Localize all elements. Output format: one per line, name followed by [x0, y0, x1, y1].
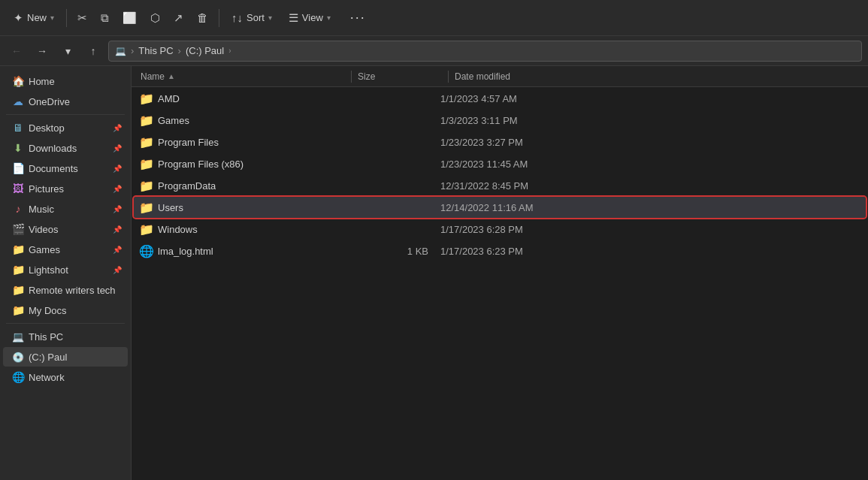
sidebar-item-videos[interactable]: 🎬 Videos 📌 [3, 219, 128, 239]
paste-icon: ⬜ [122, 11, 137, 25]
recent-button[interactable]: ▾ [57, 41, 78, 62]
file-name: lma_log.html [158, 246, 213, 257]
file-date: 1/1/2023 4:57 AM [440, 93, 860, 104]
file-list: 📁 AMD 1/1/2023 4:57 AM 📁 Games 1/3/2023 … [132, 87, 868, 480]
view-icon: ☰ [289, 11, 298, 25]
sidebar-item-pictures[interactable]: 🖼 Pictures 📌 [3, 179, 128, 198]
file-name-cell: 📁 Program Files [140, 135, 350, 149]
file-list-header: Name ▲ Size Date modified [132, 66, 868, 87]
file-date: 1/23/2023 11:45 AM [440, 158, 860, 170]
sidebar-item-network[interactable]: 🌐 Network [3, 367, 128, 387]
col-name-label: Name [141, 71, 165, 82]
path-drive[interactable]: (C:) Paul [186, 45, 224, 56]
col-date-label: Date modified [455, 71, 510, 82]
onedrive-icon: ☁ [12, 95, 24, 107]
address-path[interactable]: 💻 › This PC › (C:) Paul › [108, 41, 862, 62]
path-thispc[interactable]: This PC [138, 45, 173, 56]
delete-button[interactable]: 🗑 [191, 7, 214, 29]
sidebar-item-lightshot[interactable]: 📁 Lightshot 📌 [3, 260, 128, 279]
cut-button[interactable]: ✂ [71, 7, 93, 29]
lightshot-folder-icon: 📁 [12, 264, 24, 276]
delete-icon: 🗑 [197, 11, 208, 24]
sort-chevron-icon: ▾ [268, 14, 272, 22]
sidebar-item-documents[interactable]: 📄 Documents 📌 [3, 158, 128, 178]
file-size: 1 KB [350, 246, 440, 257]
folder-icon: 📁 [140, 92, 153, 105]
file-name: AMD [158, 93, 180, 104]
new-icon: ✦ [14, 11, 23, 25]
sidebar-item-this-pc[interactable]: 💻 This PC [3, 327, 128, 346]
up-button[interactable]: ↑ [83, 41, 104, 62]
more-button[interactable]: ··· [343, 5, 374, 30]
paste-button[interactable]: ⬜ [116, 7, 143, 29]
view-button[interactable]: ☰ View ▾ [281, 7, 338, 29]
file-row[interactable]: 📁 Program Files (x86) 1/23/2023 11:45 AM [134, 153, 866, 174]
up-icon: ↑ [91, 45, 96, 57]
new-chevron-icon: ▾ [50, 14, 54, 22]
forward-icon: → [37, 45, 47, 57]
back-icon: ← [11, 45, 22, 57]
videos-icon: 🎬 [12, 223, 24, 235]
new-button[interactable]: ✦ New ▾ [6, 7, 62, 29]
file-row-users[interactable]: 📁 Users 12/14/2022 11:16 AM [134, 197, 866, 218]
folder-icon: 📁 [140, 135, 153, 149]
toolbar-divider-2 [219, 9, 219, 27]
music-icon: ♪ [12, 203, 24, 215]
sidebar-item-music[interactable]: ♪ Music 📌 [3, 199, 128, 219]
videos-pin-icon: 📌 [113, 225, 122, 234]
network-icon: 🌐 [12, 371, 24, 383]
toolbar-divider-1 [66, 9, 67, 27]
sidebar-item-remote-writers[interactable]: 📁 Remote writers tech [3, 280, 128, 300]
path-separator-1: › [178, 45, 181, 56]
file-row[interactable]: 📁 ProgramData 12/31/2022 8:45 PM [134, 175, 866, 196]
file-name: Games [158, 115, 189, 126]
file-row[interactable]: 📁 Windows 1/17/2023 6:28 PM [134, 219, 866, 240]
file-name-cell: 🌐 lma_log.html [140, 244, 350, 258]
sidebar-item-onedrive[interactable]: ☁ OneDrive [3, 92, 128, 111]
remote-writers-icon: 📁 [12, 284, 24, 296]
file-date: 12/31/2022 8:45 PM [440, 180, 860, 192]
share-button[interactable]: ⬡ [144, 7, 166, 29]
file-date: 1/3/2023 3:11 PM [440, 115, 860, 126]
sidebar-divider-2 [6, 323, 125, 324]
back-button[interactable]: ← [6, 41, 27, 62]
sidebar-item-games[interactable]: 📁 Games 📌 [3, 240, 128, 259]
sidebar-item-home[interactable]: 🏠 Home [3, 71, 128, 91]
music-pin-icon: 📌 [113, 205, 122, 213]
col-name-header[interactable]: Name ▲ [138, 68, 348, 85]
file-name-cell: 📁 Games [140, 113, 350, 127]
file-row[interactable]: 📁 Games 1/3/2023 3:11 PM [134, 110, 866, 131]
forward-button[interactable]: → [32, 41, 53, 62]
html-file-icon: 🌐 [140, 244, 153, 258]
file-name: Program Files [158, 137, 219, 148]
folder-dark-icon: 📁 [140, 179, 153, 192]
file-row[interactable]: 📁 AMD 1/1/2023 4:57 AM [134, 88, 866, 109]
file-date: 1/17/2023 6:28 PM [440, 224, 860, 235]
sidebar-c-drive-label: (C:) Paul [29, 352, 122, 363]
sidebar-divider-1 [6, 114, 125, 115]
sort-button[interactable]: ↑↓ Sort ▾ [224, 7, 280, 29]
sort-label: Sort [246, 12, 265, 23]
col-size-header[interactable]: Size [355, 68, 445, 85]
sidebar-my-docs-label: My Docs [29, 305, 122, 316]
lightshot-pin-icon: 📌 [113, 266, 122, 274]
sidebar-item-downloads[interactable]: ⬇ Downloads 📌 [3, 138, 128, 158]
sidebar-item-my-docs[interactable]: 📁 My Docs [3, 300, 128, 320]
file-name: Program Files (x86) [158, 158, 243, 170]
col-date-header[interactable]: Date modified [452, 68, 862, 85]
c-drive-icon: 💿 [12, 351, 24, 363]
path-pc-icon: 💻 [115, 46, 126, 56]
copy-button[interactable]: ⧉ [95, 7, 115, 29]
move-button[interactable]: ↗ [168, 7, 189, 29]
sidebar-item-c-drive[interactable]: 💿 (C:) Paul [3, 347, 128, 367]
my-docs-icon: 📁 [12, 304, 24, 316]
col-divider-1 [351, 71, 352, 83]
desktop-icon: 🖥 [12, 122, 24, 134]
path-end-arrow: › [228, 47, 231, 55]
sidebar-remote-writers-label: Remote writers tech [29, 285, 122, 296]
sidebar-network-label: Network [29, 372, 122, 383]
file-row[interactable]: 🌐 lma_log.html 1 KB 1/17/2023 6:23 PM [134, 240, 866, 261]
new-label: New [27, 12, 47, 23]
file-row[interactable]: 📁 Program Files 1/23/2023 3:27 PM [134, 131, 866, 152]
sidebar-item-desktop[interactable]: 🖥 Desktop 📌 [3, 118, 128, 137]
